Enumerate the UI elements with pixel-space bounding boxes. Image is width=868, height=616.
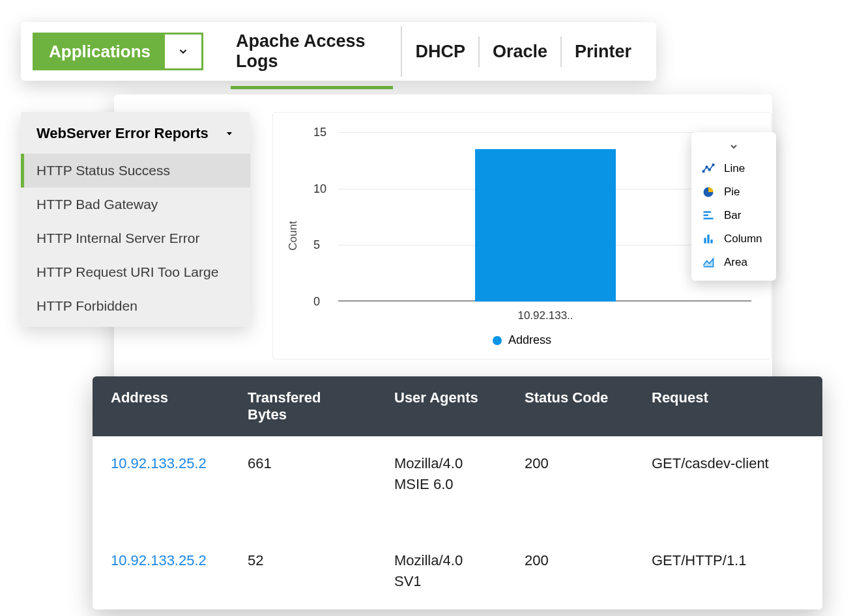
chart-type-column[interactable]: Column bbox=[691, 227, 776, 251]
th-request[interactable]: Request bbox=[633, 389, 822, 423]
svg-rect-10 bbox=[707, 234, 709, 243]
sidebar: WebServer Error Reports HTTP Status Succ… bbox=[21, 112, 250, 327]
chart-bar[interactable] bbox=[475, 149, 616, 301]
cell-status: 200 bbox=[506, 453, 633, 495]
chart-type-area[interactable]: Area bbox=[691, 251, 776, 274]
bar-chart-icon bbox=[702, 209, 715, 222]
tab-list: Apache Access Logs DHCP Oracle Printer bbox=[223, 26, 644, 77]
svg-marker-0 bbox=[227, 132, 232, 135]
caret-down-icon bbox=[224, 128, 235, 139]
th-address[interactable]: Address bbox=[93, 389, 229, 423]
sidebar-item-http-bad-gateway[interactable]: HTTP Bad Gateway bbox=[21, 188, 250, 221]
chart-type-pie[interactable]: Pie bbox=[691, 180, 776, 204]
chart-plot: 05101510.92.133.. bbox=[338, 132, 751, 301]
tab-apache-access-logs[interactable]: Apache Access Logs bbox=[223, 26, 402, 77]
svg-rect-6 bbox=[704, 211, 712, 213]
svg-rect-8 bbox=[704, 217, 714, 219]
top-bar: Applications Apache Access Logs DHCP Ora… bbox=[21, 22, 656, 81]
table-header: Address Transfered Bytes User Agents Sta… bbox=[93, 376, 822, 436]
sidebar-item-http-status-success[interactable]: HTTP Status Success bbox=[21, 154, 250, 188]
chart-type-label: Bar bbox=[724, 209, 741, 222]
pie-chart-icon bbox=[702, 186, 715, 199]
applications-dropdown-label: Applications bbox=[35, 35, 165, 68]
sidebar-header[interactable]: WebServer Error Reports bbox=[21, 112, 250, 154]
cell-bytes: 661 bbox=[229, 453, 376, 495]
cell-address[interactable]: 10.92.133.25.2 bbox=[93, 550, 229, 592]
svg-point-2 bbox=[706, 166, 708, 168]
chart-type-menu: Line Pie Bar Column Area bbox=[691, 132, 776, 281]
svg-rect-11 bbox=[710, 240, 712, 244]
tab-printer[interactable]: Printer bbox=[562, 36, 644, 67]
x-tick-label: 10.92.133.. bbox=[517, 309, 573, 322]
cell-user-agent: Mozilla/4.0MSIE 6.0 bbox=[376, 453, 506, 495]
chart-menu-toggle[interactable] bbox=[691, 139, 776, 157]
cell-user-agent: Mozilla/4.0SV1 bbox=[376, 550, 506, 592]
applications-dropdown[interactable]: Applications bbox=[33, 33, 203, 70]
table-row: 10.92.133.25.2 661 Mozilla/4.0MSIE 6.0 2… bbox=[93, 436, 822, 512]
y-tick: 10 bbox=[313, 182, 326, 195]
chart-type-label: Line bbox=[724, 162, 745, 175]
cell-request: GET/HTTP/1.1 bbox=[633, 550, 822, 592]
log-table: Address Transfered Bytes User Agents Sta… bbox=[93, 376, 822, 609]
legend-label: Address bbox=[508, 333, 551, 347]
cell-bytes: 52 bbox=[229, 550, 376, 592]
th-status-code[interactable]: Status Code bbox=[506, 389, 633, 423]
y-tick: 0 bbox=[313, 295, 320, 309]
sidebar-item-http-forbidden[interactable]: HTTP Forbidden bbox=[21, 289, 250, 323]
area-chart-icon bbox=[702, 256, 715, 269]
th-transferred-bytes[interactable]: Transfered Bytes bbox=[229, 389, 376, 423]
svg-point-3 bbox=[708, 169, 710, 171]
chevron-down-icon bbox=[729, 141, 739, 152]
applications-dropdown-toggle[interactable] bbox=[165, 35, 201, 68]
svg-point-1 bbox=[702, 171, 704, 173]
chevron-down-icon bbox=[177, 46, 189, 57]
svg-point-4 bbox=[712, 164, 714, 166]
chart-type-bar[interactable]: Bar bbox=[691, 204, 776, 227]
th-user-agents[interactable]: User Agents bbox=[376, 389, 506, 423]
chart-type-label: Area bbox=[724, 256, 747, 269]
chart-type-label: Column bbox=[724, 232, 762, 245]
sidebar-title: WebServer Error Reports bbox=[36, 125, 209, 142]
cell-address[interactable]: 10.92.133.25.2 bbox=[93, 453, 229, 495]
y-tick: 5 bbox=[313, 238, 320, 252]
cell-status: 200 bbox=[506, 550, 633, 592]
cell-request: GET/casdev-client bbox=[633, 453, 822, 495]
svg-rect-7 bbox=[704, 214, 709, 216]
svg-rect-9 bbox=[704, 238, 706, 243]
sidebar-item-http-internal-server-error[interactable]: HTTP Internal Server Error bbox=[21, 221, 250, 255]
tab-dhcp[interactable]: DHCP bbox=[402, 36, 480, 67]
line-chart-icon bbox=[702, 162, 715, 175]
table-row: 10.92.133.25.2 52 Mozilla/4.0SV1 200 GET… bbox=[93, 533, 822, 609]
legend-dot-icon bbox=[493, 336, 502, 345]
chart-type-line[interactable]: Line bbox=[691, 157, 776, 180]
chart-legend: Address bbox=[493, 333, 551, 347]
chart-panel: Count 05101510.92.133.. Address Line Pie… bbox=[272, 112, 772, 359]
column-chart-icon bbox=[702, 232, 715, 245]
tab-oracle[interactable]: Oracle bbox=[480, 36, 562, 67]
y-tick: 15 bbox=[313, 126, 326, 139]
chart-y-axis-label: Count bbox=[287, 221, 300, 250]
sidebar-item-http-request-uri-too-large[interactable]: HTTP Request URI Too Large bbox=[21, 255, 250, 289]
chart-type-label: Pie bbox=[724, 186, 740, 199]
